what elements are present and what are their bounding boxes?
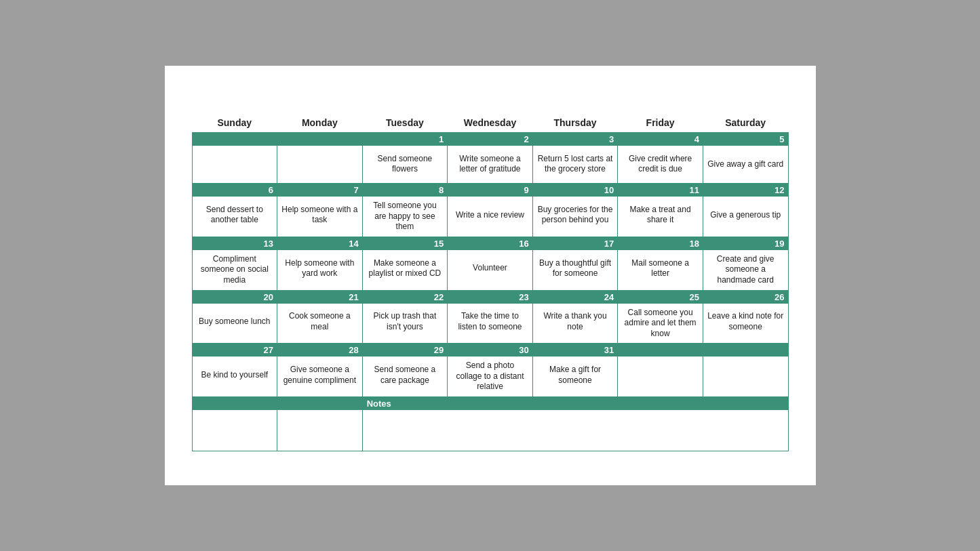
calendar-cell: 28Give someone a genuine compliment — [277, 344, 363, 397]
calendar-cell: 18Mail someone a letter — [618, 237, 703, 290]
cell-number — [193, 133, 277, 146]
calendar-row: 27Be kind to yourself28Give someone a ge… — [192, 344, 788, 397]
calendar-cell: 26Leave a kind note for someone — [703, 290, 788, 344]
cell-number: 25 — [618, 291, 703, 304]
day-header: Thursday — [532, 113, 618, 133]
calendar-cell: 15Make someone a playlist or mixed CD — [362, 237, 448, 290]
notes-label: Notes — [363, 397, 788, 410]
cell-number: 7 — [277, 184, 362, 197]
calendar-cell: 21Cook someone a meal — [277, 290, 363, 344]
cell-text: Give a generous tip — [703, 197, 788, 234]
calendar-cell — [703, 344, 788, 397]
day-header: Sunday — [192, 113, 277, 133]
notes-row: Notes — [192, 397, 788, 451]
cell-text: Buy a thoughtful gift for someone — [533, 250, 618, 287]
cell-text: Send someone a care package — [363, 356, 448, 394]
calendar-cell: 10Buy groceries for the person behind yo… — [532, 183, 618, 237]
day-header: Monday — [277, 113, 363, 133]
cell-number: 19 — [703, 237, 788, 250]
calendar-cell: 12Give a generous tip — [703, 183, 788, 237]
calendar-cell: 6Send dessert to another table — [192, 183, 277, 237]
calendar-cell: 13Compliment someone on social media — [192, 237, 277, 290]
cell-number: 26 — [703, 291, 788, 304]
calendar-cell: 7Help someone with a task — [277, 183, 363, 237]
calendar-cell: 2Write someone a letter of gratitude — [448, 132, 533, 183]
bottom-empty-sunday — [192, 397, 277, 451]
cell-text: Return 5 lost carts at the grocery store — [533, 146, 618, 183]
cell-number — [703, 344, 788, 356]
calendar-cell: 5Give away a gift card — [703, 132, 788, 183]
cell-text: Give someone a genuine compliment — [277, 356, 362, 394]
cell-text: Pick up trash that isn't yours — [363, 304, 448, 341]
cell-number: 18 — [618, 237, 703, 250]
calendar-cell: 11Make a treat and share it — [618, 183, 703, 237]
page: SundayMondayTuesdayWednesdayThursdayFrid… — [165, 66, 816, 485]
cell-number: 21 — [277, 291, 362, 304]
cell-text: Make someone a playlist or mixed CD — [363, 250, 448, 287]
calendar-cell: 19Create and give someone a handmade car… — [703, 237, 788, 290]
cell-number: 24 — [533, 291, 618, 304]
cell-text — [277, 146, 362, 183]
cell-text: Mail someone a letter — [618, 250, 703, 287]
calendar-cell: 9Write a nice review — [448, 183, 533, 237]
cell-text: Tell someone you are happy to see them — [363, 197, 448, 237]
cell-text: Write someone a letter of gratitude — [448, 146, 532, 183]
cell-number: 3 — [533, 133, 618, 146]
cell-text: Take the time to listen to someone — [448, 304, 532, 341]
calendar-cell: 31Make a gift for someone — [532, 344, 618, 397]
cell-text: Make a treat and share it — [618, 197, 703, 234]
day-header: Friday — [618, 113, 703, 133]
calendar-cell: 20Buy someone lunch — [192, 290, 277, 344]
cell-number: 2 — [448, 133, 532, 146]
cell-text: Compliment someone on social media — [193, 250, 277, 290]
calendar-row: 6Send dessert to another table7Help some… — [192, 183, 788, 237]
calendar-cell: 1Send someone flowers — [362, 132, 448, 183]
calendar-cell: 14Help someone with yard work — [277, 237, 363, 290]
cell-text: Write a nice review — [448, 197, 532, 234]
calendar-cell: 16Volunteer — [448, 237, 533, 290]
cell-number: 27 — [193, 344, 277, 356]
calendar-cell — [277, 132, 363, 183]
cell-text: Volunteer — [448, 250, 532, 287]
calendar-cell: 4Give credit where credit is due — [618, 132, 703, 183]
calendar-cell — [618, 344, 703, 397]
cell-number: 30 — [448, 344, 532, 356]
cell-number: 10 — [533, 184, 618, 197]
cell-number: 11 — [618, 184, 703, 197]
cell-number: 20 — [193, 291, 277, 304]
calendar-row: 20Buy someone lunch21Cook someone a meal… — [192, 290, 788, 344]
calendar-row: 1Send someone flowers2Write someone a le… — [192, 132, 788, 183]
calendar-cell: 22Pick up trash that isn't yours — [362, 290, 448, 344]
bottom-empty-monday — [277, 397, 363, 451]
cell-number: 15 — [363, 237, 448, 250]
cell-text: Write a thank you note — [533, 304, 618, 341]
notes-cell: Notes — [362, 397, 788, 451]
cell-number: 8 — [363, 184, 448, 197]
calendar-row: 13Compliment someone on social media14He… — [192, 237, 788, 290]
cell-number: 13 — [193, 237, 277, 250]
cell-number: 5 — [703, 133, 788, 146]
calendar-cell — [192, 132, 277, 183]
cell-number: 31 — [533, 344, 618, 356]
calendar-table: SundayMondayTuesdayWednesdayThursdayFrid… — [192, 113, 789, 451]
cell-number — [277, 133, 362, 146]
cell-number: 14 — [277, 237, 362, 250]
calendar-cell: 24Write a thank you note — [532, 290, 618, 344]
cell-number: 9 — [448, 184, 532, 197]
cell-text: Send a photo collage to a distant relati… — [448, 356, 532, 396]
cell-number: 17 — [533, 237, 618, 250]
cell-text: Help someone with yard work — [277, 250, 362, 287]
cell-text — [618, 356, 703, 394]
calendar-cell: 27Be kind to yourself — [192, 344, 277, 397]
cell-number: 4 — [618, 133, 703, 146]
calendar-cell: 25Call someone you admire and let them k… — [618, 290, 703, 344]
cell-number: 12 — [703, 184, 788, 197]
calendar-cell: 29Send someone a care package — [362, 344, 448, 397]
calendar-cell: 30Send a photo collage to a distant rela… — [448, 344, 533, 397]
cell-text: Send someone flowers — [363, 146, 448, 183]
calendar-cell: 17Buy a thoughtful gift for someone — [532, 237, 618, 290]
notes-body — [363, 410, 788, 447]
cell-text — [703, 356, 788, 394]
cell-text: Give credit where credit is due — [618, 146, 703, 183]
calendar-cell: 23Take the time to listen to someone — [448, 290, 533, 344]
